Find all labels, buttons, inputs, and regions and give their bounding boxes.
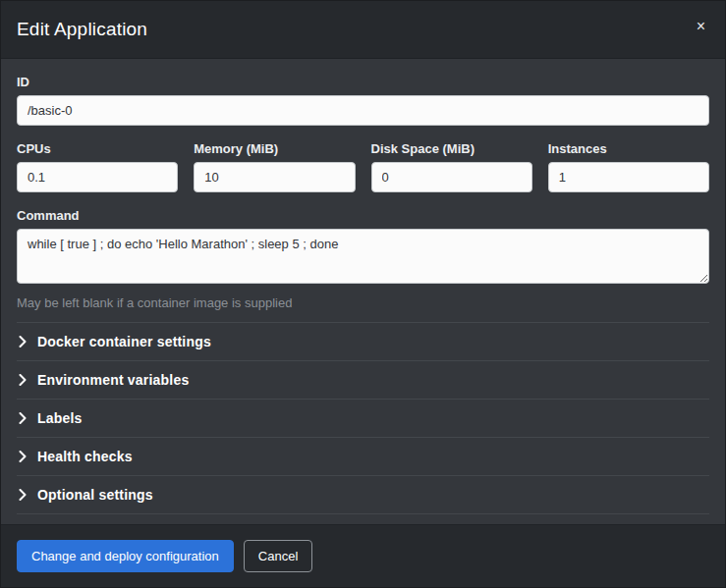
modal-title: Edit Application (17, 17, 147, 42)
modal-body: ID CPUs Memory (MiB) Disk Space (MiB) In… (1, 59, 725, 524)
command-help-text: May be left blank if a container image i… (17, 295, 709, 310)
section-health-checks[interactable]: Health checks (17, 438, 709, 476)
chevron-right-icon (19, 336, 27, 347)
field-instances: Instances (548, 141, 709, 192)
accordion-sections: Docker container settings Environment va… (17, 322, 709, 514)
field-memory: Memory (MiB) (194, 141, 355, 192)
section-optional-settings[interactable]: Optional settings (17, 476, 709, 514)
section-label: Environment variables (37, 372, 189, 388)
cancel-button[interactable]: Cancel (244, 540, 312, 572)
section-environment-variables[interactable]: Environment variables (17, 361, 709, 400)
disk-input[interactable] (371, 162, 532, 192)
section-label: Docker container settings (37, 334, 211, 349)
instances-label: Instances (548, 141, 709, 156)
field-cpus: CPUs (17, 141, 178, 192)
modal-header: Edit Application × (1, 1, 725, 59)
chevron-right-icon (19, 489, 27, 501)
section-label: Labels (37, 410, 83, 426)
id-input[interactable] (17, 95, 709, 126)
resources-row: CPUs Memory (MiB) Disk Space (MiB) Insta… (17, 141, 709, 192)
chevron-right-icon (19, 451, 27, 462)
close-icon[interactable]: × (693, 17, 709, 36)
section-docker-container-settings[interactable]: Docker container settings (17, 323, 709, 361)
instances-input[interactable] (548, 162, 709, 192)
field-disk: Disk Space (MiB) (371, 141, 532, 192)
edit-application-modal: Edit Application × ID CPUs Memory (MiB) … (0, 0, 726, 588)
cpus-input[interactable] (17, 162, 178, 192)
field-id: ID (17, 75, 709, 126)
memory-label: Memory (MiB) (194, 141, 355, 156)
section-label: Optional settings (37, 487, 153, 503)
command-label: Command (17, 208, 709, 223)
command-input[interactable]: while [ true ] ; do echo 'Hello Marathon… (17, 229, 709, 284)
field-command: Command while [ true ] ; do echo 'Hello … (17, 208, 709, 310)
chevron-right-icon (19, 374, 27, 386)
memory-input[interactable] (194, 162, 355, 192)
cpus-label: CPUs (17, 141, 178, 156)
chevron-right-icon (19, 412, 27, 424)
section-labels[interactable]: Labels (17, 400, 709, 438)
disk-label: Disk Space (MiB) (371, 141, 532, 156)
change-and-deploy-button[interactable]: Change and deploy configuration (17, 540, 234, 572)
id-label: ID (17, 75, 709, 89)
section-label: Health checks (37, 449, 133, 464)
modal-footer: Change and deploy configuration Cancel (1, 524, 725, 587)
